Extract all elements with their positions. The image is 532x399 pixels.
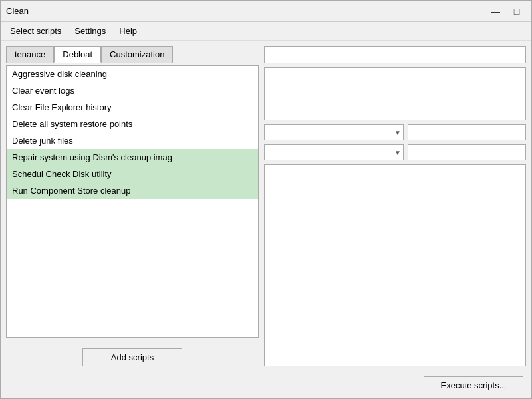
add-scripts-button[interactable]: Add scripts bbox=[82, 348, 182, 366]
menu-settings[interactable]: Settings bbox=[68, 23, 112, 39]
menu-select-scripts[interactable]: Select scripts bbox=[3, 23, 68, 39]
title-bar-controls: — □ bbox=[486, 5, 526, 18]
select-wrapper-1: ▼ bbox=[264, 124, 404, 140]
list-item[interactable]: Clear event logs bbox=[7, 82, 258, 99]
tab-debloat[interactable]: Debloat bbox=[54, 46, 101, 63]
list-item[interactable]: Delete junk files bbox=[7, 132, 258, 149]
select-wrapper-2: ▼ bbox=[264, 144, 404, 160]
bottom-bar: Execute scripts... bbox=[1, 372, 531, 398]
list-item[interactable]: Delete all system restore points bbox=[7, 116, 258, 132]
list-item[interactable]: Run Component Store cleanup bbox=[7, 182, 258, 199]
tabs-container: tenance Debloat Customization bbox=[6, 46, 259, 63]
menu-bar: Select scripts Settings Help bbox=[1, 22, 531, 41]
title-bar-left: Clean bbox=[6, 6, 29, 16]
menu-help[interactable]: Help bbox=[112, 23, 144, 39]
tab-maintenance[interactable]: tenance bbox=[6, 46, 54, 63]
content-area: tenance Debloat Customization Aggressive… bbox=[1, 41, 531, 372]
list-item[interactable]: Repair system using Dism's cleanup imag bbox=[7, 149, 258, 166]
left-panel: tenance Debloat Customization Aggressive… bbox=[6, 46, 259, 366]
list-item[interactable]: Schedul Check Disk utility bbox=[7, 166, 258, 182]
execute-scripts-button[interactable]: Execute scripts... bbox=[424, 376, 523, 394]
title-bar: Clean — □ bbox=[1, 1, 531, 22]
right-panel: ▼ ▼ bbox=[264, 46, 526, 366]
main-window: Clean — □ Select scripts Settings Help t… bbox=[0, 0, 532, 399]
minimize-button[interactable]: — bbox=[486, 5, 505, 18]
window-title: Clean bbox=[6, 6, 29, 16]
right-select-1[interactable] bbox=[264, 124, 404, 140]
scripts-list-container: Aggressive disk cleaning Clear event log… bbox=[6, 65, 259, 338]
list-item[interactable]: Aggressive disk cleaning bbox=[7, 66, 258, 82]
scripts-list-scroll[interactable]: Aggressive disk cleaning Clear event log… bbox=[7, 66, 258, 337]
right-small-input-1[interactable] bbox=[408, 124, 526, 140]
right-select-2[interactable] bbox=[264, 144, 404, 160]
tab-customization[interactable]: Customization bbox=[101, 46, 173, 63]
right-row-1: ▼ bbox=[264, 124, 526, 140]
right-row-2: ▼ bbox=[264, 144, 526, 160]
maximize-button[interactable]: □ bbox=[507, 5, 526, 18]
right-description-textarea[interactable] bbox=[264, 67, 526, 120]
right-small-input-2[interactable] bbox=[408, 144, 526, 160]
list-item[interactable]: Clear File Explorer history bbox=[7, 99, 258, 116]
right-top-input[interactable] bbox=[264, 46, 526, 63]
right-large-textarea[interactable] bbox=[264, 164, 526, 366]
